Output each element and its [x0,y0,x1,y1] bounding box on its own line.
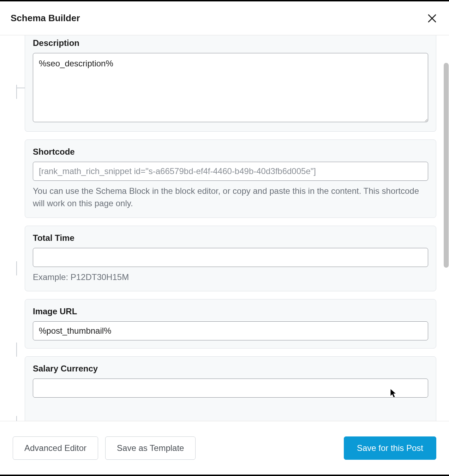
shortcode-input[interactable] [33,162,428,181]
modal-footer: Advanced Editor Save as Template Save fo… [0,421,449,475]
field-card-image-url: Image URL [25,299,436,349]
modal-title: Schema Builder [11,13,80,24]
scrollbar-track[interactable] [443,35,449,421]
tree-line [16,416,17,421]
field-card-shortcode: Shortcode You can use the Schema Block i… [25,139,436,218]
shortcode-label: Shortcode [33,147,428,157]
advanced-editor-button[interactable]: Advanced Editor [13,436,98,460]
shortcode-help-text: You can use the Schema Block in the bloc… [33,185,428,210]
close-icon [427,13,437,24]
modal-header: Schema Builder [0,1,449,35]
save-as-template-button[interactable]: Save as Template [105,436,196,460]
scrollbar-thumb[interactable] [444,63,449,268]
description-textarea[interactable] [33,53,428,122]
salary-currency-label: Salary Currency [33,364,428,374]
salary-currency-input[interactable] [33,379,428,398]
save-for-post-button[interactable]: Save for this Post [344,436,436,460]
content-inner: Description Shortcode You can use the Sc… [0,35,449,421]
total-time-label: Total Time [33,233,428,243]
image-url-input[interactable] [33,321,428,340]
field-card-salary-currency: Salary Currency [25,356,436,421]
field-card-total-time: Total Time Example: P12DT30H15M [25,226,436,292]
content-scroll-area[interactable]: Description Shortcode You can use the Sc… [0,35,449,421]
window-bottom-border [0,475,449,476]
field-card-description: Description [25,35,436,132]
tree-line [16,85,17,99]
tree-line [16,343,17,357]
tree-line [16,261,17,275]
close-button[interactable] [426,12,438,25]
total-time-help-text: Example: P12DT30H15M [33,271,428,284]
description-label: Description [33,38,428,48]
tree-connector [17,88,25,88]
total-time-input[interactable] [33,248,428,267]
image-url-label: Image URL [33,307,428,316]
